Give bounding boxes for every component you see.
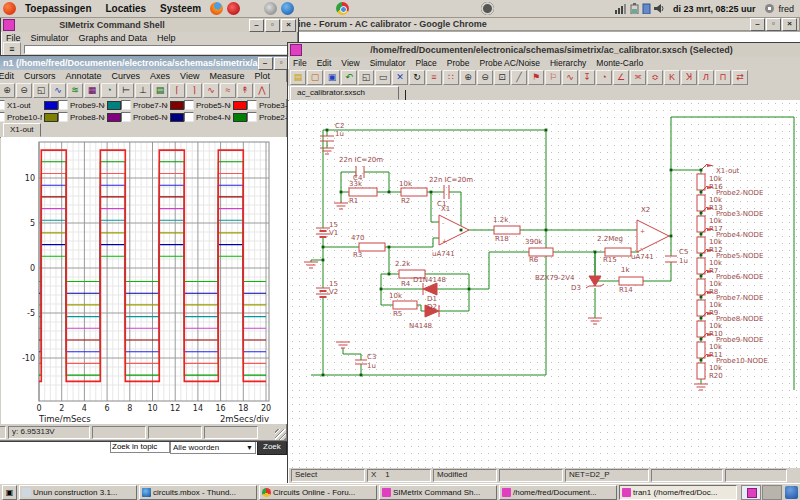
menu-measure[interactable]: Measure [204,71,249,81]
command-shell-titlebar[interactable]: SIMetrix Command Shell – ▫ × [1,18,298,32]
battery-icon[interactable] [630,3,639,14]
tab-x1-out[interactable]: X1-out [3,123,41,137]
tab-ac-calibrator[interactable]: ac_calibrator.sxsch [290,86,399,100]
probe-down-icon[interactable]: ↧ [579,70,595,85]
distro-menu-icon[interactable] [3,2,16,15]
firefox-icon[interactable] [210,2,223,15]
volume-icon[interactable] [654,3,665,14]
workspace-2[interactable] [762,485,782,500]
zoom-fit-icon[interactable]: ◱ [33,83,49,98]
junction-icon[interactable]: ∷ [443,70,459,85]
vsource-icon[interactable]: ≍ [630,70,646,85]
probe-voltage-icon[interactable]: ⚑ [528,70,544,85]
add-curve-icon[interactable]: ∿ [50,83,66,98]
menu-edit[interactable]: Edit [0,71,19,81]
menu-place[interactable]: Place [411,58,442,68]
graph-maximize-button[interactable]: ▫ [274,57,287,70]
legend-item-probe5-nod[interactable]: Probe5-NOD [184,100,247,110]
curve-checkbox[interactable] [184,112,194,122]
phase-icon[interactable]: ∠ [613,70,629,85]
shell-close-button[interactable]: × [281,19,296,32]
fit-page-icon[interactable]: ◱ [358,70,374,85]
new-grid-icon[interactable]: ▤ [152,83,168,98]
axis-stack-icon[interactable]: ⊥ [135,83,151,98]
rise-time-icon[interactable]: ⌈ [169,83,185,98]
curve-checkbox[interactable] [0,112,5,122]
curve-checkbox[interactable] [58,100,68,110]
legend-item-probe8-nod[interactable]: Probe8-NOD [58,112,121,122]
taskbar-item[interactable]: circuits.mbox - Thund... [139,485,257,500]
user-name[interactable]: fred [778,4,794,14]
curve-checkbox[interactable] [184,100,194,110]
menu-simulator[interactable]: Simulator [26,33,74,43]
chrome-minimize-button[interactable]: – [750,18,765,31]
menu-probe[interactable]: Probe [442,58,475,68]
overlay-curves-icon[interactable]: ≋ [67,83,83,98]
zoom-area-icon[interactable]: ⊡ [494,70,510,85]
chrome-window-titlebar[interactable]: ine - Forum - AC calibrator - Google Chr… [297,17,800,31]
block-icon[interactable]: ⊓ [715,70,731,85]
shell-maximize-button[interactable]: ▫ [265,19,280,32]
rms-icon[interactable]: ∿ [203,83,219,98]
menu-simulator[interactable]: Simulator [365,58,411,68]
curve-checkbox[interactable] [0,100,5,110]
save-icon[interactable]: ▣ [324,70,340,85]
curve-checkbox[interactable] [58,112,68,122]
curve-checkbox[interactable] [121,100,131,110]
inductor-icon[interactable]: Л [698,70,714,85]
rotate-icon[interactable]: ↻ [409,70,425,85]
peak-icon[interactable]: ⋀ [254,83,270,98]
zoom-in-icon[interactable]: ⊕ [0,83,15,98]
taskbar-item[interactable]: SIMetrix Command Sh... [379,485,497,500]
menu-edit[interactable]: Edit [312,58,337,68]
package-icon[interactable] [227,2,240,15]
frequency-icon[interactable]: ↟ [237,83,253,98]
histogram-icon[interactable]: ▦ [84,83,100,98]
menu-plot[interactable]: Plot [249,71,275,81]
taskbar-item[interactable]: Unun construction 3.1... [19,485,137,500]
chrome-maximize-button[interactable]: ▫ [766,18,781,31]
thunderbird-icon[interactable] [281,2,294,15]
search-scope-select[interactable]: Alle woorden▼ [170,440,256,454]
zoom-out-icon[interactable]: ⊖ [477,70,493,85]
open-icon[interactable]: ▤ [290,70,306,85]
polar-plot-icon[interactable]: ◔ [101,83,117,98]
menu-file[interactable]: File [288,58,312,68]
screenshot-icon[interactable] [264,2,277,15]
menu-cursors[interactable]: Cursors [19,71,61,81]
power-icon[interactable] [481,2,494,15]
signal-icon[interactable] [615,3,627,14]
chrome-close-button[interactable]: × [782,18,797,31]
menu-view[interactable]: View [336,58,364,68]
user-icon[interactable] [765,4,774,13]
plot-area[interactable]: 02468101214161820-10-50510Time/mSecs2mSe… [1,137,287,424]
menu-graphs-and-data[interactable]: Graphs and Data [74,33,153,43]
status-icon[interactable] [642,3,651,14]
pnp-icon[interactable]: Ʞ [681,70,697,85]
graph-minimize-button[interactable]: – [258,57,273,70]
npn-icon[interactable]: K [664,70,680,85]
legend-item-probe4-nod[interactable]: Probe4-NOD [184,112,247,122]
legend-item-probe2-nc[interactable]: Probe2-NC [247,112,287,122]
menu-view[interactable]: View [175,71,204,81]
legend-item-probe7-nod[interactable]: Probe7-NOD [121,100,184,110]
menu-toepassingen[interactable]: Toepassingen [18,3,99,14]
workspace-1[interactable] [741,485,761,500]
menu-systeem[interactable]: Systeem [153,3,208,14]
menu-hierarchy[interactable]: Hierarchy [545,58,591,68]
taskbar-item[interactable]: Circuits Online - Foru... [259,485,377,500]
legend-item-probe3-nc[interactable]: Probe3-NC [247,100,287,110]
menu-curves[interactable]: Curves [107,71,146,81]
resize-grip[interactable] [275,429,286,440]
schematic-canvas[interactable]: -+ +- X1-out10kR16Probe2-NODE10kR13Probe… [289,100,800,471]
reload-icon[interactable]: ⇄ [732,70,748,85]
chrome-icon[interactable] [336,2,349,15]
menu-probe-ac-noise[interactable]: Probe AC/Noise [475,58,545,68]
curve-checkbox[interactable] [247,112,257,122]
menu-monte-carlo[interactable]: Monte-Carlo [591,58,648,68]
legend-item-probe10-no[interactable]: Probe10-NO [0,112,58,122]
axis-left-icon[interactable]: ⊢ [118,83,134,98]
schematic-titlebar[interactable]: /home/fred/Documenten/electronica/schema… [288,43,800,57]
zoom-out-icon[interactable]: ⊖ [16,83,32,98]
shell-minimize-button[interactable]: – [249,19,264,32]
